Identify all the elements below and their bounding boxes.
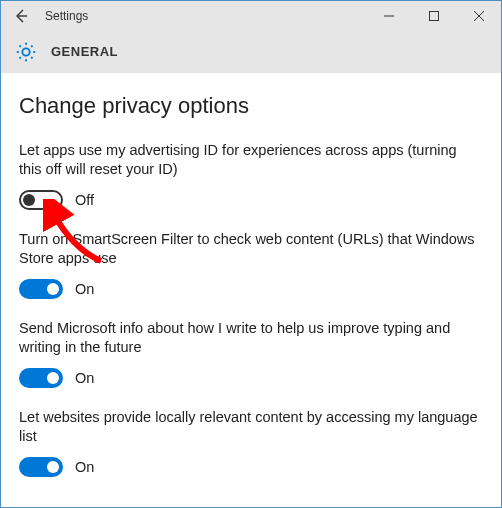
toggle-state-label: Off xyxy=(75,192,94,208)
option-language-list: Let websites provide locally relevant co… xyxy=(19,408,483,477)
section-header: GENERAL xyxy=(1,31,501,73)
smartscreen-toggle[interactable] xyxy=(19,279,63,299)
option-smartscreen: Turn on SmartScreen Filter to check web … xyxy=(19,230,483,299)
page-title: Change privacy options xyxy=(19,93,483,119)
option-typing-info: Send Microsoft info about how I write to… xyxy=(19,319,483,388)
app-title: Settings xyxy=(45,9,366,23)
settings-window: Settings GENERA xyxy=(0,0,502,508)
minimize-icon xyxy=(384,11,394,21)
toggle-knob xyxy=(47,461,59,473)
content-area: Change privacy options Let apps use my a… xyxy=(1,73,501,508)
toggle-knob xyxy=(47,372,59,384)
window-controls xyxy=(366,1,501,31)
toggle-row: On xyxy=(19,457,483,477)
maximize-icon xyxy=(429,11,439,21)
minimize-button[interactable] xyxy=(366,1,411,31)
toggle-state-label: On xyxy=(75,459,94,475)
section-name: GENERAL xyxy=(51,44,118,59)
toggle-row: Off xyxy=(19,190,483,210)
close-icon xyxy=(474,11,484,21)
option-label: Turn on SmartScreen Filter to check web … xyxy=(19,230,483,269)
toggle-state-label: On xyxy=(75,370,94,386)
back-arrow-icon xyxy=(13,8,29,24)
toggle-row: On xyxy=(19,279,483,299)
back-button[interactable] xyxy=(1,1,41,31)
close-button[interactable] xyxy=(456,1,501,31)
option-advertising-id: Let apps use my advertising ID for exper… xyxy=(19,141,483,210)
advertising-id-toggle[interactable] xyxy=(19,190,63,210)
gear-icon xyxy=(15,41,37,63)
typing-info-toggle[interactable] xyxy=(19,368,63,388)
option-label: Send Microsoft info about how I write to… xyxy=(19,319,483,358)
maximize-button[interactable] xyxy=(411,1,456,31)
option-label: Let apps use my advertising ID for exper… xyxy=(19,141,483,180)
option-label: Let websites provide locally relevant co… xyxy=(19,408,483,447)
toggle-knob xyxy=(23,194,35,206)
toggle-knob xyxy=(47,283,59,295)
svg-rect-2 xyxy=(429,12,438,21)
toggle-state-label: On xyxy=(75,281,94,297)
language-list-toggle[interactable] xyxy=(19,457,63,477)
titlebar: Settings xyxy=(1,1,501,31)
toggle-row: On xyxy=(19,368,483,388)
